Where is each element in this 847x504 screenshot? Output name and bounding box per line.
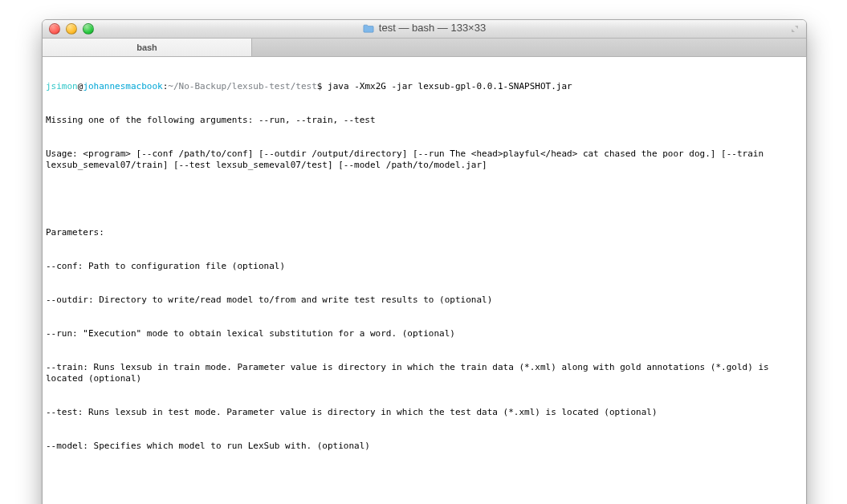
stdout-line: --run: "Execution" mode to obtain lexica… xyxy=(46,328,803,339)
folder-icon xyxy=(363,23,374,32)
stdout-line: Missing one of the following arguments: … xyxy=(46,115,803,126)
terminal-body[interactable]: jsimon@johannesmacbook:~/No-Backup/lexsu… xyxy=(43,57,806,504)
prompt-path: ~/No-Backup/lexsub-test/test xyxy=(168,81,316,91)
stdout-line: --outdir: Directory to write/read model … xyxy=(46,295,803,306)
stdout-line: Usage: <program> [--conf /path/to/conf] … xyxy=(46,148,803,171)
prompt-user: jsimon xyxy=(46,81,78,91)
tab-strip: bash xyxy=(43,39,806,57)
fullscreen-icon[interactable] xyxy=(788,22,801,35)
window-minimize-button[interactable] xyxy=(66,23,77,35)
window-title: test — bash — 133×33 xyxy=(379,22,486,34)
tab-bash[interactable]: bash xyxy=(43,38,252,56)
tab-strip-remainder xyxy=(252,39,806,56)
stdout-line: --conf: Path to configuration file (opti… xyxy=(46,261,803,272)
window-titlebar: test — bash — 133×33 xyxy=(43,20,806,39)
window-traffic-lights xyxy=(43,23,94,35)
stdout-line: Parameters: xyxy=(46,227,803,238)
tab-label: bash xyxy=(136,43,157,52)
blank-line xyxy=(46,193,803,205)
window-close-button[interactable] xyxy=(49,23,60,35)
stdout-line: --model: Specifies which model to run Le… xyxy=(46,441,803,452)
terminal-window: test — bash — 133×33 bash jsimon@johanne… xyxy=(42,19,807,504)
stdout-line: --train: Runs lexsub in train mode. Para… xyxy=(46,362,803,384)
stdout-line: --test: Runs lexsub in test mode. Parame… xyxy=(46,407,803,418)
window-zoom-button[interactable] xyxy=(83,23,94,35)
blank-line xyxy=(46,474,803,486)
prompt-host: johannesmacbook xyxy=(83,81,162,91)
command-1: java -Xmx2G -jar lexsub-gpl-0.0.1-SNAPSH… xyxy=(328,81,572,91)
